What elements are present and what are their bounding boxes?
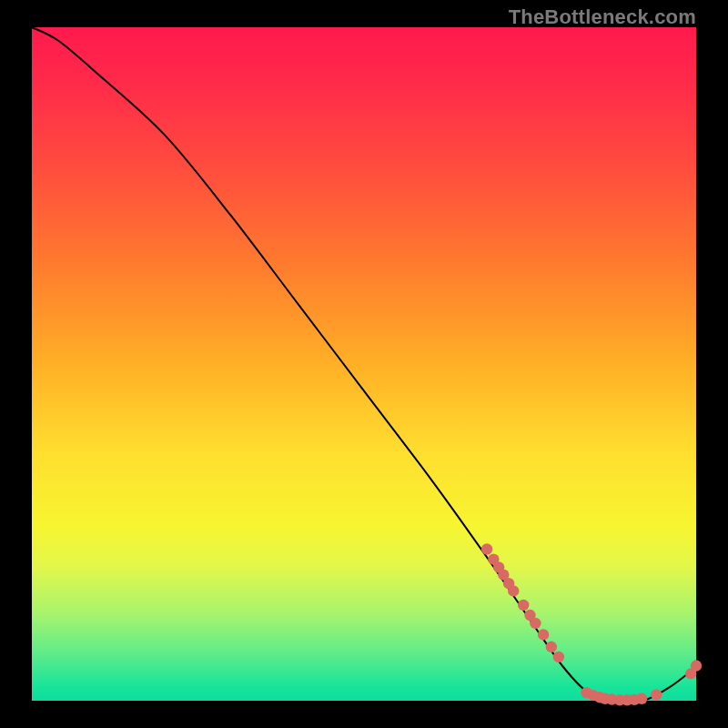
curve-layer (32, 27, 696, 701)
marker-group (481, 543, 702, 705)
marker-dot (636, 693, 647, 704)
marker-dot (518, 600, 529, 611)
marker-dot (481, 543, 492, 554)
series-bottleneck-curve (32, 27, 696, 702)
marker-dot (546, 642, 557, 652)
chart-frame: TheBottleneck.com (0, 0, 728, 728)
marker-dot (691, 660, 702, 671)
marker-dot (508, 585, 519, 596)
curve-path-group (32, 27, 696, 702)
marker-dot (538, 629, 549, 640)
marker-dot (651, 689, 662, 700)
marker-dot (553, 652, 564, 662)
marker-dot (530, 618, 541, 629)
watermark-label: TheBottleneck.com (509, 5, 696, 29)
